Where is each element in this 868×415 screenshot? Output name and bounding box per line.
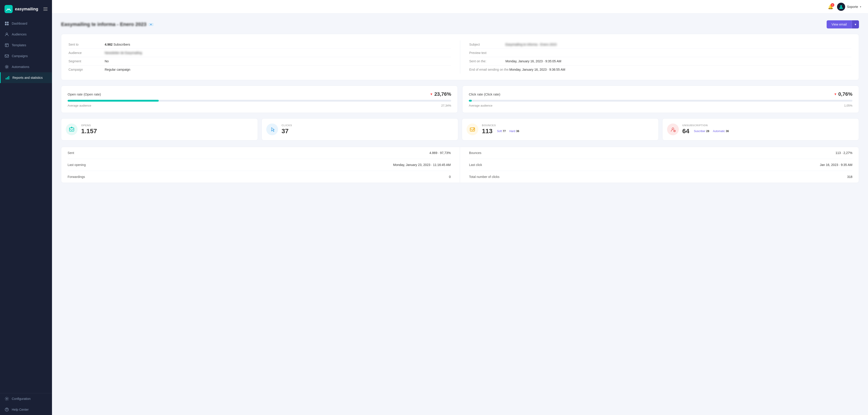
- bottom-stats: Sent 4.869 · 97,73% Last opening Monday,…: [61, 147, 859, 183]
- bottom-forwardings: Forwardings 0: [68, 171, 451, 183]
- click-rate-number: 0,76%: [838, 91, 852, 97]
- svg-point-11: [6, 398, 7, 400]
- info-sent-to: Sent to 4.982 Subscribers: [68, 40, 451, 49]
- configuration-icon: [4, 396, 9, 401]
- clicks-info: CLICKS 37: [282, 124, 454, 135]
- subscriber-value: 28: [706, 130, 709, 133]
- last-click-value: Jan 16, 2023 · 9:35 AM: [820, 163, 852, 167]
- page-content: Easymailing te informa - Enero 2023 📧 Vi…: [52, 13, 868, 415]
- bottom-grid: Sent 4.869 · 97,73% Last opening Monday,…: [68, 147, 852, 183]
- campaigns-icon: [4, 54, 9, 58]
- automatic-label[interactable]: Automatic: [713, 130, 725, 133]
- opens-number: 1.157: [81, 128, 253, 135]
- click-rate-card: Click rate (Click rate) ▼ 0,76% Average …: [462, 85, 859, 113]
- logo-text: easymailing: [15, 7, 38, 11]
- nav-automations[interactable]: Automations: [0, 61, 52, 72]
- total-clicks-value: 318: [847, 175, 852, 179]
- dashboard-icon: [4, 21, 9, 26]
- logo-mark: [4, 5, 13, 13]
- click-rate-avg-value: 1,05%: [844, 104, 852, 107]
- hard-label[interactable]: Hard: [509, 130, 515, 133]
- svg-point-18: [672, 128, 674, 130]
- nav-dashboard-label: Dashboard: [12, 22, 27, 25]
- bottom-last-click: Last click Jan 16, 2023 · 9:35 AM: [469, 159, 852, 171]
- svg-rect-6: [5, 55, 8, 57]
- click-rate-progress-fill: [469, 100, 472, 102]
- bounces-sub: Soft 77 Hard 36: [497, 130, 519, 133]
- segment-value: No: [105, 59, 109, 63]
- user-menu[interactable]: Soporte ▾: [837, 3, 861, 11]
- nav-dashboard[interactable]: Dashboard: [0, 18, 52, 29]
- info-subject: Subject Easymailing te informa - Enero 2…: [469, 40, 851, 49]
- automations-icon: [4, 65, 9, 69]
- info-campaign: Campaign Regular campaign: [68, 66, 451, 74]
- clicks-icon: [269, 127, 275, 132]
- notification-badge: 5: [831, 3, 834, 7]
- open-rate-number: 23,76%: [434, 91, 451, 97]
- soft-value: 77: [503, 130, 506, 133]
- reports-icon: [5, 75, 10, 80]
- opens-label: OPENS: [81, 124, 253, 127]
- subject-value: Easymailing te informa - Enero 2023: [505, 43, 557, 46]
- nav-help[interactable]: Help Center: [0, 404, 52, 415]
- nav-reports-label: Reports and statistics: [12, 76, 43, 79]
- opens-stat-card: OPENS 1.157: [61, 118, 258, 140]
- audience-value: Newsletter de Easymailing: [105, 51, 142, 55]
- total-clicks-label: Total number of clicks: [469, 175, 500, 179]
- nav-reports[interactable]: Reports and statistics: [0, 72, 52, 83]
- sidebar: easymailing Dashboard Audiences Template…: [0, 0, 52, 415]
- automatic-unsub: Automatic 36: [713, 130, 729, 133]
- bounces-stat-value: 113 · 2,27%: [835, 151, 852, 155]
- opens-icon-wrap: [66, 124, 78, 135]
- clicks-stat-card: CLICKS 37: [261, 118, 458, 140]
- nav-audiences-label: Audiences: [12, 33, 26, 36]
- sent-value: 4.869 · 97,73%: [430, 151, 451, 155]
- bottom-right: Bounces 113 · 2,27% Last click Jan 16, 2…: [460, 147, 852, 183]
- campaign-value: Regular campaign: [105, 68, 130, 71]
- nav-automations-label: Automations: [12, 65, 29, 69]
- nav-bottom: Configuration Help Center: [0, 393, 52, 415]
- open-rate-progress-bg: [68, 100, 451, 102]
- svg-rect-9: [7, 77, 8, 79]
- open-rate-avg: Average audience 27,34%: [68, 104, 451, 107]
- hard-bounce: Hard 36: [509, 130, 519, 133]
- open-rate-avg-value: 27,34%: [441, 104, 451, 107]
- nav-campaigns[interactable]: Campaigns: [0, 50, 52, 61]
- sent-to-label: Sent to: [68, 43, 105, 46]
- preview-text-label: Preview text: [469, 51, 505, 55]
- opens-info: OPENS 1.157: [81, 124, 253, 135]
- nav-audiences[interactable]: Audiences: [0, 29, 52, 40]
- sent-label: Sent: [68, 151, 74, 155]
- unsubscription-info: UNSUBSCRIPTION 64 Suscriber 28 Automatic…: [682, 124, 855, 135]
- subscriber-label[interactable]: Suscriber: [694, 130, 706, 133]
- help-icon: [4, 407, 9, 412]
- bounces-stat-card: BOUNCES 113 Soft 77 Hard 36: [462, 118, 659, 140]
- opens-icon: [69, 127, 74, 132]
- view-email-button[interactable]: View email: [827, 20, 852, 29]
- info-segment: Segment No: [68, 57, 451, 66]
- unsubscription-label: UNSUBSCRIPTION: [682, 124, 855, 127]
- clicks-label: CLICKS: [282, 124, 454, 127]
- last-opening-label: Last opening: [68, 163, 86, 167]
- main-content: 🔔 5 Soporte ▾ Easymailing te informa - E…: [52, 0, 868, 415]
- bounces-info: BOUNCES 113 Soft 77 Hard 36: [482, 124, 654, 135]
- svg-rect-8: [6, 78, 6, 79]
- click-rate-header: Click rate (Click rate) ▼ 0,76%: [469, 91, 852, 97]
- bounces-stat-label: Bounces: [469, 151, 481, 155]
- soft-label[interactable]: Soft: [497, 130, 502, 133]
- bottom-left: Sent 4.869 · 97,73% Last opening Monday,…: [68, 147, 460, 183]
- stats-row: OPENS 1.157 CLICKS 37: [61, 118, 859, 140]
- view-email-btn-group: View email ▾: [827, 20, 859, 29]
- soft-bounce: Soft 77: [497, 130, 506, 133]
- nav-templates[interactable]: Templates: [0, 40, 52, 50]
- hamburger-menu[interactable]: [43, 7, 48, 11]
- notifications-bell[interactable]: 🔔 5: [828, 4, 833, 9]
- clicks-number: 37: [282, 128, 454, 135]
- nav-configuration[interactable]: Configuration: [0, 393, 52, 404]
- sent-on-label: Sent on the:: [469, 59, 505, 63]
- view-email-dropdown-button[interactable]: ▾: [852, 20, 859, 29]
- bottom-total-clicks: Total number of clicks 318: [469, 171, 852, 183]
- bottom-sent: Sent 4.869 · 97,73%: [68, 147, 451, 159]
- open-rate-down-icon: ▼: [430, 92, 433, 96]
- info-left: Sent to 4.982 Subscribers Audience Newsl…: [68, 40, 460, 74]
